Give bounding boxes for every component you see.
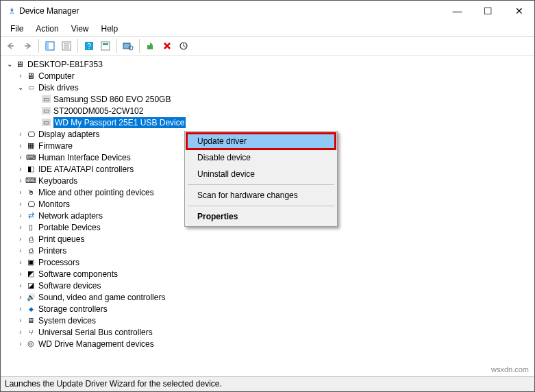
tree-label: Firmware (38, 141, 73, 151)
expand-icon[interactable]: › (16, 211, 25, 221)
ide-icon (25, 164, 36, 175)
svg-rect-9 (103, 43, 108, 45)
expand-icon[interactable]: › (16, 176, 25, 186)
tree-item-swcomp[interactable]: › Software components (2, 268, 533, 280)
tree-label: System devices (38, 316, 96, 326)
tree-label: WD My Passport 25E1 USB Device (53, 117, 186, 128)
expand-icon[interactable]: › (16, 164, 25, 174)
context-properties[interactable]: Properties (186, 208, 336, 225)
context-separator (188, 206, 334, 206)
tree-label: Storage controllers (38, 304, 108, 314)
tree-root[interactable]: ⌄ DESKTOP-E81F353 (2, 58, 533, 70)
expand-icon[interactable]: › (16, 339, 25, 349)
expand-icon[interactable]: ⌄ (16, 83, 25, 93)
tree-item-storage[interactable]: › Storage controllers (2, 303, 533, 315)
tree-label: Print queues (38, 234, 84, 244)
maximize-button[interactable]: ☐ (473, 1, 503, 21)
back-button[interactable] (3, 38, 18, 53)
tree-label: Processors (38, 258, 79, 267)
context-menu: Update driver Disable device Uninstall d… (184, 131, 338, 227)
drive-icon (40, 117, 51, 128)
svg-rect-8 (101, 42, 110, 50)
scan-hardware-button[interactable] (121, 38, 136, 53)
tree-label: WD Drive Management devices (38, 339, 154, 349)
minimize-button[interactable]: — (442, 1, 473, 21)
expand-icon[interactable]: ⌄ (5, 60, 14, 69)
tree-label: Software components (38, 269, 118, 279)
expand-icon[interactable]: › (16, 281, 25, 291)
help-button[interactable]: ? (82, 38, 97, 53)
toolbar-separator (38, 39, 39, 53)
tree-item-st2000[interactable]: ST2000DM005-2CW102 (2, 105, 533, 117)
tree-item-system[interactable]: › System devices (2, 315, 533, 326)
tree-label: Disk drives (38, 83, 79, 93)
toolbar-separator (116, 39, 117, 53)
forward-button[interactable] (20, 38, 35, 53)
uninstall-button[interactable] (160, 38, 175, 53)
menu-action[interactable]: Action (30, 23, 64, 35)
expand-icon[interactable]: › (16, 71, 25, 81)
expand-icon[interactable]: › (16, 258, 25, 267)
usb-icon (25, 327, 36, 338)
processor-icon (25, 257, 36, 268)
tree-item-printers[interactable]: › Printers (2, 245, 533, 256)
storage-icon (25, 304, 36, 315)
expand-icon[interactable]: › (16, 293, 25, 302)
tree-item-computer[interactable]: › Computer (2, 70, 533, 82)
tree-label: Mice and other pointing devices (38, 188, 154, 197)
show-hide-tree-button[interactable] (42, 38, 58, 53)
expand-icon[interactable]: › (16, 141, 25, 151)
menubar: File Action View Help (1, 21, 534, 36)
context-scan-hardware[interactable]: Scan for hardware changes (186, 187, 336, 204)
expand-icon[interactable]: › (16, 199, 25, 209)
expand-icon[interactable]: › (16, 328, 25, 337)
menu-help[interactable]: Help (96, 23, 124, 35)
tree-label: ST2000DM005-2CW102 (53, 106, 143, 116)
update-driver-button[interactable] (143, 38, 158, 53)
monitor-icon (25, 199, 36, 210)
action-button[interactable] (98, 38, 113, 53)
expand-icon[interactable]: › (16, 130, 25, 139)
expand-icon[interactable]: › (16, 234, 25, 244)
tree-item-samsung[interactable]: Samsung SSD 860 EVO 250GB (2, 93, 533, 105)
watermark: wsxdn.com (491, 365, 529, 373)
computer-icon (25, 71, 36, 82)
expand-icon[interactable]: › (16, 223, 25, 232)
context-separator (188, 184, 334, 185)
tree-label: Display adapters (38, 130, 99, 139)
menu-view[interactable]: View (66, 23, 95, 35)
tree-label: Monitors (38, 199, 70, 209)
tree-item-wd-passport[interactable]: WD My Passport 25E1 USB Device (2, 117, 533, 128)
chip-icon (25, 140, 36, 151)
properties-button[interactable] (59, 38, 74, 53)
network-icon (25, 210, 36, 221)
expand-icon[interactable]: › (16, 269, 25, 279)
context-update-driver[interactable]: Update driver (186, 133, 336, 149)
tree-item-disk-drives[interactable]: ⌄ Disk drives (2, 82, 533, 93)
svg-rect-1 (46, 42, 49, 50)
close-button[interactable]: ✕ (503, 1, 534, 21)
menu-file[interactable]: File (5, 23, 29, 35)
computer-icon (14, 59, 25, 70)
expand-icon[interactable]: › (16, 246, 25, 256)
expand-icon[interactable]: › (16, 188, 25, 197)
window-title: Device Manager (19, 6, 442, 16)
app-icon (6, 5, 17, 16)
drive-icon (40, 94, 51, 105)
context-disable-device[interactable]: Disable device (186, 149, 336, 166)
toolbar: ? (1, 36, 534, 56)
tree-item-swdev[interactable]: › Software devices (2, 280, 533, 291)
expand-icon[interactable]: › (16, 316, 25, 326)
tree-item-printq[interactable]: › Print queues (2, 233, 533, 245)
expand-icon[interactable]: › (16, 304, 25, 314)
tree-item-wddrive[interactable]: › WD Drive Management devices (2, 338, 533, 350)
tree-item-sound[interactable]: › Sound, video and game controllers (2, 291, 533, 303)
tree-item-usb[interactable]: › Universal Serial Bus controllers (2, 326, 533, 338)
toolbar-separator (139, 39, 140, 53)
tree-item-processors[interactable]: › Processors (2, 256, 533, 268)
drive-icon (40, 106, 51, 117)
disable-button[interactable] (176, 38, 191, 53)
mouse-icon (25, 187, 36, 198)
context-uninstall-device[interactable]: Uninstall device (186, 166, 336, 182)
expand-icon[interactable]: › (16, 153, 25, 162)
